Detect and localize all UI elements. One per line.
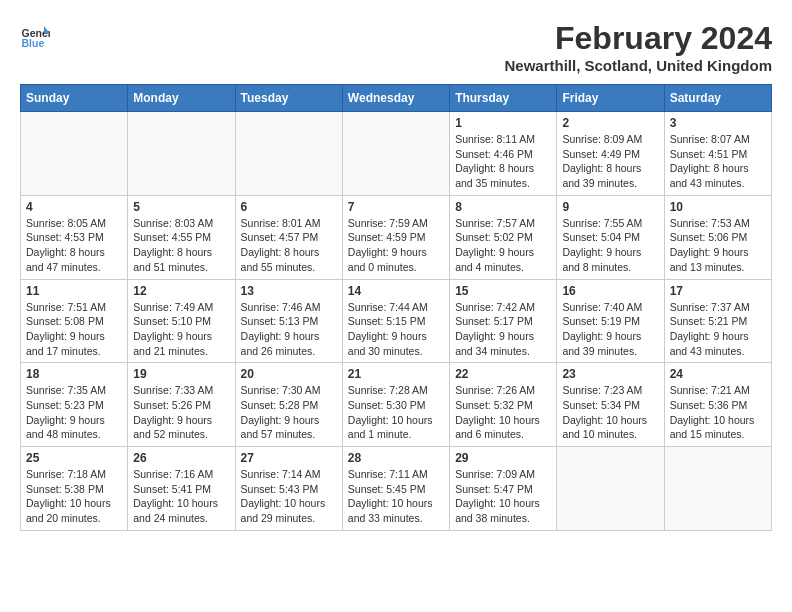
calendar-cell: 23Sunrise: 7:23 AM Sunset: 5:34 PM Dayli…: [557, 363, 664, 447]
calendar-week-2: 4Sunrise: 8:05 AM Sunset: 4:53 PM Daylig…: [21, 195, 772, 279]
calendar-week-4: 18Sunrise: 7:35 AM Sunset: 5:23 PM Dayli…: [21, 363, 772, 447]
day-number: 24: [670, 367, 766, 381]
calendar-cell: 29Sunrise: 7:09 AM Sunset: 5:47 PM Dayli…: [450, 447, 557, 531]
day-number: 29: [455, 451, 551, 465]
day-number: 16: [562, 284, 658, 298]
calendar-cell: [557, 447, 664, 531]
day-number: 28: [348, 451, 444, 465]
day-info: Sunrise: 7:44 AM Sunset: 5:15 PM Dayligh…: [348, 300, 444, 359]
day-number: 12: [133, 284, 229, 298]
calendar-week-3: 11Sunrise: 7:51 AM Sunset: 5:08 PM Dayli…: [21, 279, 772, 363]
calendar-cell: 21Sunrise: 7:28 AM Sunset: 5:30 PM Dayli…: [342, 363, 449, 447]
calendar-cell: 26Sunrise: 7:16 AM Sunset: 5:41 PM Dayli…: [128, 447, 235, 531]
day-number: 5: [133, 200, 229, 214]
day-info: Sunrise: 7:11 AM Sunset: 5:45 PM Dayligh…: [348, 467, 444, 526]
day-header-thursday: Thursday: [450, 85, 557, 112]
day-number: 4: [26, 200, 122, 214]
day-number: 17: [670, 284, 766, 298]
day-info: Sunrise: 7:55 AM Sunset: 5:04 PM Dayligh…: [562, 216, 658, 275]
calendar-cell: [235, 112, 342, 196]
calendar-cell: 19Sunrise: 7:33 AM Sunset: 5:26 PM Dayli…: [128, 363, 235, 447]
day-number: 20: [241, 367, 337, 381]
day-info: Sunrise: 8:03 AM Sunset: 4:55 PM Dayligh…: [133, 216, 229, 275]
calendar-cell: 5Sunrise: 8:03 AM Sunset: 4:55 PM Daylig…: [128, 195, 235, 279]
calendar-cell: 18Sunrise: 7:35 AM Sunset: 5:23 PM Dayli…: [21, 363, 128, 447]
day-info: Sunrise: 7:53 AM Sunset: 5:06 PM Dayligh…: [670, 216, 766, 275]
calendar-cell: [128, 112, 235, 196]
calendar-cell: 1Sunrise: 8:11 AM Sunset: 4:46 PM Daylig…: [450, 112, 557, 196]
location-subtitle: Newarthill, Scotland, United Kingdom: [504, 57, 772, 74]
logo: General Blue: [20, 20, 50, 50]
title-block: February 2024 Newarthill, Scotland, Unit…: [504, 20, 772, 74]
calendar-cell: 2Sunrise: 8:09 AM Sunset: 4:49 PM Daylig…: [557, 112, 664, 196]
day-number: 14: [348, 284, 444, 298]
day-info: Sunrise: 7:23 AM Sunset: 5:34 PM Dayligh…: [562, 383, 658, 442]
day-info: Sunrise: 8:05 AM Sunset: 4:53 PM Dayligh…: [26, 216, 122, 275]
day-info: Sunrise: 7:57 AM Sunset: 5:02 PM Dayligh…: [455, 216, 551, 275]
calendar-cell: 12Sunrise: 7:49 AM Sunset: 5:10 PM Dayli…: [128, 279, 235, 363]
calendar-cell: [664, 447, 771, 531]
calendar-cell: 27Sunrise: 7:14 AM Sunset: 5:43 PM Dayli…: [235, 447, 342, 531]
calendar-cell: 22Sunrise: 7:26 AM Sunset: 5:32 PM Dayli…: [450, 363, 557, 447]
day-info: Sunrise: 7:16 AM Sunset: 5:41 PM Dayligh…: [133, 467, 229, 526]
day-number: 19: [133, 367, 229, 381]
day-info: Sunrise: 8:11 AM Sunset: 4:46 PM Dayligh…: [455, 132, 551, 191]
calendar-cell: 20Sunrise: 7:30 AM Sunset: 5:28 PM Dayli…: [235, 363, 342, 447]
calendar-cell: 15Sunrise: 7:42 AM Sunset: 5:17 PM Dayli…: [450, 279, 557, 363]
day-info: Sunrise: 8:01 AM Sunset: 4:57 PM Dayligh…: [241, 216, 337, 275]
calendar-cell: 9Sunrise: 7:55 AM Sunset: 5:04 PM Daylig…: [557, 195, 664, 279]
calendar-cell: [342, 112, 449, 196]
day-header-monday: Monday: [128, 85, 235, 112]
day-info: Sunrise: 7:28 AM Sunset: 5:30 PM Dayligh…: [348, 383, 444, 442]
day-number: 1: [455, 116, 551, 130]
day-info: Sunrise: 8:07 AM Sunset: 4:51 PM Dayligh…: [670, 132, 766, 191]
day-number: 2: [562, 116, 658, 130]
day-number: 22: [455, 367, 551, 381]
day-number: 3: [670, 116, 766, 130]
calendar-table: SundayMondayTuesdayWednesdayThursdayFrid…: [20, 84, 772, 531]
day-info: Sunrise: 7:59 AM Sunset: 4:59 PM Dayligh…: [348, 216, 444, 275]
calendar-cell: 11Sunrise: 7:51 AM Sunset: 5:08 PM Dayli…: [21, 279, 128, 363]
day-number: 25: [26, 451, 122, 465]
calendar-header-row: SundayMondayTuesdayWednesdayThursdayFrid…: [21, 85, 772, 112]
day-info: Sunrise: 7:18 AM Sunset: 5:38 PM Dayligh…: [26, 467, 122, 526]
day-header-friday: Friday: [557, 85, 664, 112]
day-header-wednesday: Wednesday: [342, 85, 449, 112]
calendar-week-5: 25Sunrise: 7:18 AM Sunset: 5:38 PM Dayli…: [21, 447, 772, 531]
day-info: Sunrise: 7:09 AM Sunset: 5:47 PM Dayligh…: [455, 467, 551, 526]
day-info: Sunrise: 7:49 AM Sunset: 5:10 PM Dayligh…: [133, 300, 229, 359]
calendar-cell: [21, 112, 128, 196]
day-info: Sunrise: 7:30 AM Sunset: 5:28 PM Dayligh…: [241, 383, 337, 442]
day-number: 27: [241, 451, 337, 465]
logo-icon: General Blue: [20, 20, 50, 50]
day-info: Sunrise: 7:26 AM Sunset: 5:32 PM Dayligh…: [455, 383, 551, 442]
day-info: Sunrise: 7:14 AM Sunset: 5:43 PM Dayligh…: [241, 467, 337, 526]
calendar-cell: 13Sunrise: 7:46 AM Sunset: 5:13 PM Dayli…: [235, 279, 342, 363]
calendar-cell: 17Sunrise: 7:37 AM Sunset: 5:21 PM Dayli…: [664, 279, 771, 363]
day-number: 11: [26, 284, 122, 298]
page-header: General Blue February 2024 Newarthill, S…: [20, 20, 772, 74]
day-number: 13: [241, 284, 337, 298]
day-number: 15: [455, 284, 551, 298]
day-number: 21: [348, 367, 444, 381]
calendar-cell: 4Sunrise: 8:05 AM Sunset: 4:53 PM Daylig…: [21, 195, 128, 279]
day-info: Sunrise: 7:35 AM Sunset: 5:23 PM Dayligh…: [26, 383, 122, 442]
day-header-sunday: Sunday: [21, 85, 128, 112]
day-header-tuesday: Tuesday: [235, 85, 342, 112]
calendar-cell: 6Sunrise: 8:01 AM Sunset: 4:57 PM Daylig…: [235, 195, 342, 279]
day-info: Sunrise: 8:09 AM Sunset: 4:49 PM Dayligh…: [562, 132, 658, 191]
calendar-cell: 8Sunrise: 7:57 AM Sunset: 5:02 PM Daylig…: [450, 195, 557, 279]
day-info: Sunrise: 7:46 AM Sunset: 5:13 PM Dayligh…: [241, 300, 337, 359]
day-info: Sunrise: 7:33 AM Sunset: 5:26 PM Dayligh…: [133, 383, 229, 442]
calendar-cell: 7Sunrise: 7:59 AM Sunset: 4:59 PM Daylig…: [342, 195, 449, 279]
day-info: Sunrise: 7:51 AM Sunset: 5:08 PM Dayligh…: [26, 300, 122, 359]
day-info: Sunrise: 7:40 AM Sunset: 5:19 PM Dayligh…: [562, 300, 658, 359]
calendar-cell: 24Sunrise: 7:21 AM Sunset: 5:36 PM Dayli…: [664, 363, 771, 447]
day-info: Sunrise: 7:37 AM Sunset: 5:21 PM Dayligh…: [670, 300, 766, 359]
day-number: 8: [455, 200, 551, 214]
calendar-cell: 25Sunrise: 7:18 AM Sunset: 5:38 PM Dayli…: [21, 447, 128, 531]
day-number: 18: [26, 367, 122, 381]
calendar-cell: 16Sunrise: 7:40 AM Sunset: 5:19 PM Dayli…: [557, 279, 664, 363]
day-info: Sunrise: 7:21 AM Sunset: 5:36 PM Dayligh…: [670, 383, 766, 442]
calendar-cell: 28Sunrise: 7:11 AM Sunset: 5:45 PM Dayli…: [342, 447, 449, 531]
